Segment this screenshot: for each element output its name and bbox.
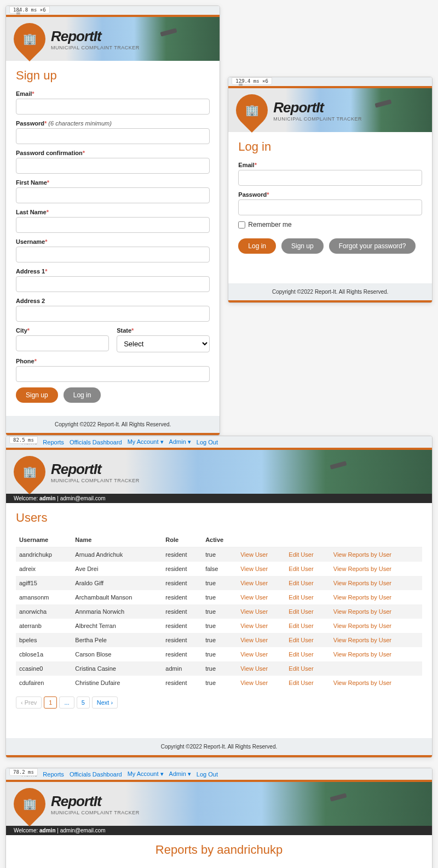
users-table: UsernameNameRoleActive aandrichukpArnuad… <box>16 533 422 690</box>
phone-label: Phone* <box>16 358 210 364</box>
footer: Copyright ©2022 Report-It. All Rights Re… <box>6 416 220 433</box>
view-user-link[interactable]: View User <box>240 679 268 686</box>
page-link[interactable]: 1 <box>44 696 57 709</box>
view-user-link[interactable]: View User <box>240 665 268 672</box>
address1-label: Address 1* <box>16 268 210 275</box>
email-field[interactable] <box>16 99 210 115</box>
signup-button[interactable]: Sign up <box>281 238 324 254</box>
brand-tagline: MUNICIPAL COMPLAINT TRACKER <box>273 116 362 122</box>
view-user-link[interactable]: View User <box>240 623 268 629</box>
edit-user-link[interactable]: Edit User <box>289 651 313 658</box>
password-field[interactable] <box>238 199 422 215</box>
email-field[interactable] <box>238 170 422 186</box>
view-user-link[interactable]: View User <box>240 594 268 601</box>
state-label: State* <box>117 327 210 334</box>
view-user-link[interactable]: View User <box>240 608 268 615</box>
nav-link[interactable]: My Account ▾ <box>128 438 164 446</box>
view-user-link[interactable]: View User <box>240 580 268 586</box>
nav-link[interactable]: Admin ▾ <box>169 770 191 778</box>
logo-icon: 🏢 <box>7 16 52 61</box>
view-reports-link[interactable]: View Reports by User <box>333 651 391 658</box>
edit-user-link[interactable]: Edit User <box>289 679 313 686</box>
perf-badge: 78.2 ms <box>9 768 38 776</box>
table-row: adreixAve DreiresidentfalseView UserEdit… <box>16 562 422 576</box>
phone-field[interactable] <box>16 366 210 382</box>
page-link[interactable]: 5 <box>77 696 90 709</box>
page-title: Users <box>16 511 422 525</box>
view-user-link[interactable]: View User <box>240 637 268 643</box>
view-user-link[interactable]: View User <box>240 651 268 658</box>
view-user-link[interactable]: View User <box>240 551 268 558</box>
remember-checkbox[interactable] <box>238 221 245 229</box>
view-reports-link[interactable]: View Reports by User <box>333 608 391 615</box>
nav-bar: HomeReportsOfficials DashboardMy Account… <box>6 768 432 780</box>
nav-link[interactable]: Reports <box>43 771 64 778</box>
header-banner: 🏢 ReportIt MUNICIPAL COMPLAINT TRACKER <box>6 450 432 494</box>
password-label: Password* <box>238 191 422 198</box>
table-row: aterranbAlbrecht TerranresidenttrueView … <box>16 619 422 633</box>
menu-icon[interactable]: ≡ <box>238 79 243 88</box>
table-row: cblose1aCarson BloseresidenttrueView Use… <box>16 647 422 661</box>
view-reports-link[interactable]: View Reports by User <box>333 580 391 586</box>
edit-user-link[interactable]: Edit User <box>289 623 313 629</box>
brand-tagline: MUNICIPAL COMPLAINT TRACKER <box>51 478 140 483</box>
view-user-link[interactable]: View User <box>240 566 268 572</box>
signup-button[interactable]: Sign up <box>16 387 58 403</box>
edit-user-link[interactable]: Edit User <box>289 551 313 558</box>
edit-user-link[interactable]: Edit User <box>289 580 313 586</box>
nav-link[interactable]: Officials Dashboard <box>70 771 122 778</box>
firstname-field[interactable] <box>16 187 210 203</box>
view-reports-link[interactable]: View Reports by User <box>333 637 391 643</box>
view-reports-link[interactable]: View Reports by User <box>333 566 391 572</box>
logo-icon: 🏢 <box>7 449 52 494</box>
edit-user-link[interactable]: Edit User <box>289 665 313 672</box>
brand-name: ReportIt <box>51 793 140 810</box>
address2-field[interactable] <box>16 306 210 322</box>
email-label: Email* <box>16 90 210 97</box>
nav-link[interactable]: Reports <box>43 439 64 446</box>
password-field[interactable] <box>16 128 210 144</box>
lastname-field[interactable] <box>16 217 210 233</box>
signup-window: 184.8 ms ×6 ≡ 🏢 ReportIt MUNICIPAL COMPL… <box>5 5 220 436</box>
city-label: City* <box>16 327 109 334</box>
menu-icon[interactable]: ≡ <box>16 8 20 17</box>
brand-name: ReportIt <box>51 28 140 45</box>
nav-link[interactable]: Log Out <box>197 771 218 778</box>
password-confirm-field[interactable] <box>16 158 210 174</box>
edit-user-link[interactable]: Edit User <box>289 566 313 572</box>
view-reports-link[interactable]: View Reports by User <box>333 679 391 686</box>
table-row: amansonmArchambault MansonresidenttrueVi… <box>16 590 422 604</box>
nav-link[interactable]: Admin ▾ <box>169 438 191 446</box>
nav-link[interactable]: Officials Dashboard <box>70 439 122 446</box>
login-button[interactable]: Log in <box>238 238 276 254</box>
city-field[interactable] <box>16 335 109 351</box>
nav-link[interactable]: Log Out <box>197 439 218 446</box>
column-header: Active <box>202 533 237 547</box>
edit-user-link[interactable]: Edit User <box>289 608 313 615</box>
username-field[interactable] <box>16 247 210 262</box>
brand-name: ReportIt <box>51 461 140 478</box>
remember-label: Remember me <box>248 221 291 229</box>
header-banner: 🏢 ReportIt MUNICIPAL COMPLAINT TRACKER <box>228 88 432 132</box>
table-row: ccasine0Cristina CasineadmintrueView Use… <box>16 661 422 676</box>
view-reports-link[interactable]: View Reports by User <box>333 623 391 629</box>
table-row: bpelesBertha PeleresidenttrueView UserEd… <box>16 633 422 647</box>
edit-user-link[interactable]: Edit User <box>289 594 313 601</box>
logo-icon: 🏢 <box>7 781 52 826</box>
edit-user-link[interactable]: Edit User <box>289 637 313 643</box>
view-reports-link[interactable]: View Reports by User <box>333 551 391 558</box>
forgot-password-button[interactable]: Forgot your password? <box>329 238 416 254</box>
address1-field[interactable] <box>16 276 210 292</box>
nav-link[interactable]: My Account ▾ <box>128 770 164 778</box>
welcome-bar: Welcome: admin | admin@email.com <box>6 826 432 835</box>
logo-icon: 🏢 <box>229 88 274 133</box>
view-reports-link[interactable]: View Reports by User <box>333 594 391 601</box>
page-link[interactable]: ... <box>59 696 74 709</box>
state-select[interactable]: Select <box>117 335 210 352</box>
page-link[interactable]: Next › <box>92 696 118 709</box>
login-button[interactable]: Log in <box>64 387 101 403</box>
lastname-label: Last Name* <box>16 209 210 215</box>
nav-bar: HomeReportsOfficials DashboardMy Account… <box>6 436 432 448</box>
address2-label: Address 2 <box>16 298 210 304</box>
table-row: agiff15Araldo GiffresidenttrueView UserE… <box>16 576 422 590</box>
